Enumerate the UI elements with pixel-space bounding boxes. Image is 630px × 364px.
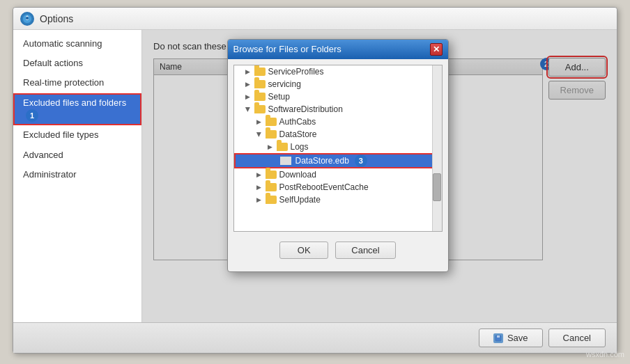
- dialog-close-button[interactable]: ✕: [430, 43, 443, 56]
- expand-arrow: ▶: [256, 196, 261, 203]
- dialog-footer: OK Cancel: [233, 239, 443, 266]
- tree-item-datastore[interactable]: ▶ DataStore: [234, 128, 442, 141]
- dialog-title-bar: Browse for Files or Folders ✕: [228, 40, 448, 59]
- window-title: Options: [40, 13, 73, 24]
- expand-arrow: ▶: [256, 184, 261, 191]
- window-body: Automatic scanning Default actions Real-…: [13, 30, 617, 322]
- browse-dialog: Browse for Files or Folders ✕ ▶ ServiceP…: [227, 39, 449, 272]
- folder-icon: [266, 130, 277, 139]
- title-bar: Options: [13, 8, 617, 30]
- tree-item-selfupdate[interactable]: ▶ SelfUpdate: [234, 193, 442, 206]
- badge-1: 1: [26, 109, 38, 122]
- sidebar-item-excluded-file-types[interactable]: Excluded file types: [13, 125, 141, 145]
- folder-tree[interactable]: ▶ ServiceProfiles ▶ servicing ▶: [233, 65, 443, 232]
- sidebar-item-advanced[interactable]: Advanced: [13, 145, 141, 165]
- expand-arrow: ▶: [245, 68, 250, 75]
- expand-arrow: ▶: [245, 93, 250, 100]
- cancel-button[interactable]: Cancel: [548, 329, 606, 347]
- tree-item-softwaredistribution[interactable]: ▶ SoftwareDistribution: [234, 103, 442, 116]
- tree-item-logs[interactable]: ▶ Logs: [234, 141, 442, 153]
- dialog-ok-button[interactable]: OK: [279, 242, 328, 259]
- tree-item-postrebooteventcache[interactable]: ▶ PostRebootEventCache: [234, 181, 442, 193]
- save-button[interactable]: Save: [479, 329, 543, 347]
- save-icon: [493, 333, 503, 343]
- expand-arrow: ▶: [256, 171, 261, 178]
- main-window: Options Automatic scanning Default actio…: [13, 7, 617, 354]
- tree-item-authcabs[interactable]: ▶ AuthCabs: [234, 116, 442, 128]
- folder-icon: [254, 80, 266, 88]
- svg-rect-3: [497, 335, 500, 338]
- tree-scrollbar[interactable]: [432, 65, 442, 231]
- expand-arrow: ▶: [256, 118, 261, 125]
- folder-icon: [254, 105, 266, 113]
- dialog-body: ▶ ServiceProfiles ▶ servicing ▶: [228, 59, 448, 271]
- folder-icon: [254, 68, 266, 76]
- folder-icon: [277, 143, 288, 151]
- tree-item-download[interactable]: ▶ Download: [234, 168, 442, 181]
- sidebar-item-administrator[interactable]: Administrator: [13, 165, 141, 184]
- sidebar-item-excluded-files-and-folders[interactable]: Excluded files and folders 1: [13, 93, 141, 126]
- expand-arrow: ▶: [255, 132, 262, 136]
- tree-item-servicing[interactable]: ▶ servicing: [234, 78, 442, 90]
- folder-icon: [266, 118, 277, 126]
- folder-icon: [266, 196, 277, 204]
- folder-icon: [266, 171, 277, 179]
- sidebar-item-real-time-protection[interactable]: Real-time protection: [13, 73, 141, 93]
- svg-point-1: [26, 17, 29, 19]
- dialog-overlay: Browse for Files or Folders ✕ ▶ ServiceP…: [142, 30, 617, 322]
- app-icon: [20, 12, 34, 26]
- folder-icon: [254, 93, 266, 101]
- sidebar: Automatic scanning Default actions Real-…: [13, 30, 142, 322]
- expand-arrow: ▶: [244, 106, 251, 111]
- tree-item-datastoredb[interactable]: DataStore.edb 3: [234, 153, 442, 168]
- main-content: Do not scan these files or locations: Na…: [142, 30, 617, 322]
- tree-item-setup[interactable]: ▶ Setup: [234, 90, 442, 103]
- folder-icon: [266, 183, 277, 191]
- tree-item-serviceprofiles[interactable]: ▶ ServiceProfiles: [234, 65, 442, 78]
- expand-arrow: ▶: [245, 81, 250, 88]
- tree-scrollbar-thumb[interactable]: [433, 173, 441, 201]
- expand-arrow: ▶: [268, 143, 272, 150]
- sidebar-item-default-actions[interactable]: Default actions: [13, 54, 141, 73]
- sidebar-item-automatic-scanning[interactable]: Automatic scanning: [13, 34, 141, 54]
- footer: Save Cancel: [13, 322, 617, 353]
- badge-3: 3: [355, 155, 367, 167]
- dialog-title: Browse for Files or Folders: [233, 44, 341, 54]
- dialog-cancel-button[interactable]: Cancel: [335, 242, 395, 259]
